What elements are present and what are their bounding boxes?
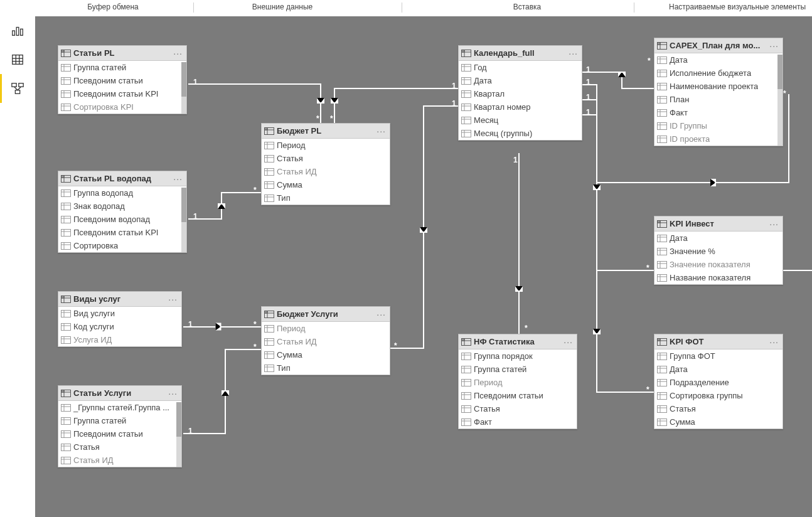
table-field[interactable]: Группа водопад [58, 186, 186, 200]
table-field[interactable]: Услуга ИД [58, 333, 181, 346]
table-menu-button[interactable]: ··· [569, 51, 578, 56]
entity-table[interactable]: CAPEX_План для мо...···ДатаИсполнение бю… [654, 38, 783, 146]
table-field[interactable]: Сумма [262, 178, 390, 191]
table-field[interactable]: Псевдоним статьи [459, 389, 577, 402]
table-menu-button[interactable]: ··· [377, 312, 386, 317]
data-view-button[interactable] [0, 45, 35, 74]
entity-table[interactable]: Бюджет PL···ПериодСтатьяСтатья ИДСуммаТи… [261, 123, 390, 205]
relationship-line[interactable] [334, 88, 335, 124]
relationship-line[interactable] [596, 182, 788, 183]
model-canvas[interactable]: 1 * 1 * 1 * 1 * 1 * 1 * 1 * 1 * 1 1 1 [35, 16, 812, 517]
table-scrollbar[interactable] [181, 188, 186, 252]
table-scrollbar[interactable] [777, 55, 783, 146]
table-field[interactable]: Статья ИД [262, 335, 390, 348]
relationship-line[interactable] [423, 105, 424, 348]
table-field[interactable]: Знак водопад [58, 200, 186, 213]
entity-table-header[interactable]: Статьи PL водопад··· [58, 171, 186, 186]
table-scrollbar[interactable] [176, 402, 181, 467]
table-field[interactable]: Псевдоним статьи KPI [58, 226, 186, 239]
table-field[interactable]: Статья [654, 402, 783, 415]
table-field[interactable]: Название показателя [654, 271, 783, 284]
table-field[interactable]: Статья [58, 440, 181, 454]
report-view-button[interactable] [0, 16, 35, 45]
relationship-line[interactable] [621, 88, 655, 89]
table-field[interactable]: Сортировка [58, 239, 186, 252]
scrollbar-thumb[interactable] [777, 55, 783, 89]
table-field[interactable]: Вид услуги [58, 307, 181, 320]
table-field[interactable]: Месяц (группы) [459, 127, 582, 140]
scrollbar-thumb[interactable] [181, 188, 186, 222]
relationship-line[interactable] [596, 84, 597, 393]
table-menu-button[interactable]: ··· [564, 339, 573, 344]
table-field[interactable]: Факт [654, 106, 783, 119]
table-menu-button[interactable]: ··· [377, 129, 386, 134]
table-field[interactable]: Сумма [654, 415, 783, 429]
relationship-line[interactable] [788, 94, 789, 183]
table-field[interactable]: Период [262, 139, 390, 152]
table-menu-button[interactable]: ··· [168, 297, 178, 302]
table-field[interactable]: Статья ИД [262, 165, 390, 178]
table-field[interactable]: Сортировка группы [654, 389, 783, 402]
table-field[interactable]: Дата [459, 74, 582, 87]
relationship-line[interactable] [188, 83, 320, 85]
table-field[interactable]: Наименование проекта [654, 80, 783, 93]
scrollbar-thumb[interactable] [176, 402, 181, 437]
table-field[interactable]: Статья [459, 402, 577, 415]
entity-table[interactable]: KPI ФОТ···Группа ФОТДатаПодразделениеСор… [654, 334, 783, 429]
table-field[interactable]: _Группы статей.Группа ... [58, 401, 181, 414]
table-field[interactable]: Год [459, 61, 582, 74]
model-view-button[interactable] [0, 74, 35, 103]
table-scrollbar[interactable] [181, 62, 186, 114]
table-menu-button[interactable]: ··· [769, 339, 779, 344]
table-menu-button[interactable]: ··· [168, 391, 178, 396]
relationship-line[interactable] [334, 88, 459, 89]
table-field[interactable]: Значение % [654, 245, 783, 258]
relationship-line[interactable] [518, 153, 520, 335]
table-field[interactable]: План [654, 93, 783, 106]
table-field[interactable]: Сортировка KPI [58, 100, 186, 114]
table-field[interactable]: Исполнение бюджета [654, 67, 783, 80]
entity-table-header[interactable]: Виды услуг··· [58, 292, 181, 307]
table-field[interactable]: Группа статей [58, 61, 186, 74]
table-field[interactable]: Статья [262, 152, 390, 165]
entity-table[interactable]: Виды услуг···Вид услугиКод услугиУслуга … [58, 291, 182, 347]
entity-table-header[interactable]: KPI Инвест··· [654, 216, 783, 232]
table-field[interactable]: Квартал номер [459, 100, 582, 114]
table-field[interactable]: Группа статей [58, 414, 181, 427]
table-field[interactable]: Статья ИД [58, 454, 181, 467]
scrollbar-thumb[interactable] [181, 62, 186, 97]
table-field[interactable]: Псевдоним водопад [58, 213, 186, 226]
entity-table-header[interactable]: Статьи PL··· [58, 46, 186, 61]
entity-table[interactable]: Статьи Услуги···_Группы статей.Группа ..… [58, 385, 182, 467]
table-field[interactable]: Тип [262, 361, 390, 375]
table-field[interactable]: Дата [654, 232, 783, 245]
entity-table[interactable]: Статьи PL···Группа статейПсевдоним стать… [58, 45, 187, 114]
relationship-line[interactable] [783, 270, 812, 271]
table-field[interactable]: Сумма [262, 348, 390, 361]
table-field[interactable]: ID проекта [654, 132, 783, 146]
table-field[interactable]: Дата [654, 53, 783, 67]
entity-table[interactable]: Статьи PL водопад···Группа водопадЗнак в… [58, 171, 187, 253]
table-field[interactable]: Группа ФОТ [654, 349, 783, 363]
relationship-line[interactable] [320, 83, 321, 124]
table-field[interactable]: Дата [654, 363, 783, 376]
table-menu-button[interactable]: ··· [173, 51, 183, 56]
table-field[interactable]: ID Группы [654, 119, 783, 132]
relationship-line[interactable] [183, 326, 262, 328]
table-field[interactable]: Код услуги [58, 320, 181, 333]
entity-table-header[interactable]: Бюджет Услуги··· [262, 307, 390, 322]
table-field[interactable]: Псевдоним статьи [58, 427, 181, 440]
entity-table[interactable]: KPI Инвест···ДатаЗначение %Значение пока… [654, 216, 783, 285]
table-field[interactable]: Месяц [459, 114, 582, 127]
entity-table[interactable]: НФ Статистика···Группа порядокГруппа ста… [458, 334, 577, 429]
table-field[interactable]: Факт [459, 415, 577, 429]
table-field[interactable]: Тип [262, 191, 390, 205]
entity-table-header[interactable]: НФ Статистика··· [459, 334, 577, 349]
table-field[interactable]: Квартал [459, 87, 582, 100]
entity-table-header[interactable]: KPI ФОТ··· [654, 334, 783, 349]
entity-table-header[interactable]: CAPEX_План для мо...··· [654, 38, 783, 53]
table-menu-button[interactable]: ··· [173, 176, 183, 181]
entity-table-header[interactable]: Бюджет PL··· [262, 124, 390, 139]
table-field[interactable]: Группа статей [459, 363, 577, 376]
entity-table[interactable]: Календарь_full···ГодДатаКварталКвартал н… [458, 45, 582, 141]
